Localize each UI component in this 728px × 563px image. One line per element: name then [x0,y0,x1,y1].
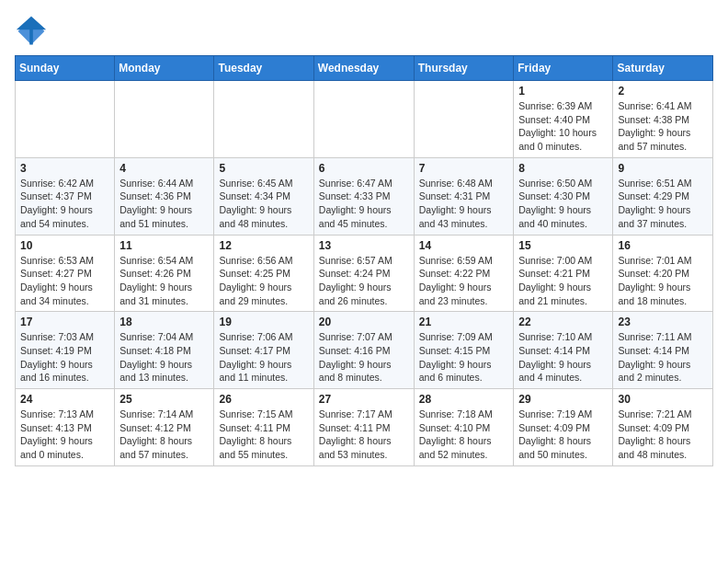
day-detail: Sunrise: 7:00 AMSunset: 4:21 PMDaylight:… [518,254,608,308]
day-number: 1 [518,85,608,98]
calendar-day-header: Wednesday [313,56,414,81]
calendar-day-cell: 26Sunrise: 7:15 AMSunset: 4:11 PMDayligh… [214,389,313,466]
calendar-day-cell: 9Sunrise: 6:51 AMSunset: 4:29 PMDaylight… [613,157,713,235]
day-number: 15 [518,239,608,252]
day-number: 24 [20,393,109,406]
day-detail: Sunrise: 6:41 AMSunset: 4:38 PMDaylight:… [618,99,708,154]
calendar-day-cell: 20Sunrise: 7:07 AMSunset: 4:16 PMDayligh… [313,312,414,389]
calendar-day-cell: 22Sunrise: 7:10 AMSunset: 4:14 PMDayligh… [514,312,613,389]
calendar-table: SundayMondayTuesdayWednesdayThursdayFrid… [15,55,713,466]
day-detail: Sunrise: 7:21 AMSunset: 4:09 PMDaylight:… [618,408,708,462]
day-detail: Sunrise: 7:10 AMSunset: 4:14 PMDaylight:… [518,330,608,385]
day-detail: Sunrise: 6:57 AMSunset: 4:24 PMDaylight:… [319,254,409,308]
calendar-day-cell: 15Sunrise: 7:00 AMSunset: 4:21 PMDayligh… [514,235,613,312]
calendar-day-cell: 3Sunrise: 6:42 AMSunset: 4:37 PMDaylight… [16,157,115,235]
calendar-day-cell [313,81,414,158]
calendar-day-cell: 23Sunrise: 7:11 AMSunset: 4:14 PMDayligh… [613,312,713,389]
day-number: 6 [319,162,409,175]
calendar-week-row: 1Sunrise: 6:39 AMSunset: 4:40 PMDaylight… [16,81,713,158]
calendar-day-cell [115,81,214,158]
day-number: 4 [119,162,209,175]
day-detail: Sunrise: 6:45 AMSunset: 4:34 PMDaylight:… [219,177,308,231]
calendar-day-cell: 16Sunrise: 7:01 AMSunset: 4:20 PMDayligh… [613,235,713,312]
calendar-day-cell: 8Sunrise: 6:50 AMSunset: 4:30 PMDaylight… [514,157,613,235]
day-detail: Sunrise: 6:53 AMSunset: 4:27 PMDaylight:… [20,254,109,308]
calendar-week-row: 3Sunrise: 6:42 AMSunset: 4:37 PMDaylight… [16,157,713,235]
calendar-week-row: 10Sunrise: 6:53 AMSunset: 4:27 PMDayligh… [16,235,713,312]
calendar-day-cell: 18Sunrise: 7:04 AMSunset: 4:18 PMDayligh… [115,312,214,389]
day-number: 16 [618,239,708,252]
day-detail: Sunrise: 6:54 AMSunset: 4:26 PMDaylight:… [119,254,209,308]
calendar-day-cell: 29Sunrise: 7:19 AMSunset: 4:09 PMDayligh… [514,389,613,466]
calendar-header-row: SundayMondayTuesdayWednesdayThursdayFrid… [16,56,713,81]
logo [15,15,51,48]
calendar-day-cell: 6Sunrise: 6:47 AMSunset: 4:33 PMDaylight… [313,157,414,235]
day-detail: Sunrise: 6:51 AMSunset: 4:29 PMDaylight:… [618,177,708,231]
calendar-day-cell [414,81,514,158]
day-number: 28 [419,393,509,406]
day-number: 26 [219,393,308,406]
day-detail: Sunrise: 7:17 AMSunset: 4:11 PMDaylight:… [319,408,409,462]
day-detail: Sunrise: 7:06 AMSunset: 4:17 PMDaylight:… [219,330,308,385]
calendar-day-cell: 21Sunrise: 7:09 AMSunset: 4:15 PMDayligh… [414,312,514,389]
calendar-day-cell: 30Sunrise: 7:21 AMSunset: 4:09 PMDayligh… [613,389,713,466]
day-number: 3 [20,162,109,175]
day-detail: Sunrise: 7:14 AMSunset: 4:12 PMDaylight:… [119,408,209,462]
day-number: 5 [219,162,308,175]
day-detail: Sunrise: 6:39 AMSunset: 4:40 PMDaylight:… [518,99,608,154]
calendar-day-cell: 28Sunrise: 7:18 AMSunset: 4:10 PMDayligh… [414,389,514,466]
calendar-day-header: Saturday [613,56,713,81]
day-number: 2 [618,85,708,98]
day-detail: Sunrise: 7:18 AMSunset: 4:10 PMDaylight:… [419,408,509,462]
day-detail: Sunrise: 7:13 AMSunset: 4:13 PMDaylight:… [20,408,109,462]
calendar-day-header: Thursday [414,56,514,81]
day-detail: Sunrise: 7:19 AMSunset: 4:09 PMDaylight:… [518,408,608,462]
calendar-day-cell: 17Sunrise: 7:03 AMSunset: 4:19 PMDayligh… [16,312,115,389]
calendar-day-cell [214,81,313,158]
day-detail: Sunrise: 7:03 AMSunset: 4:19 PMDaylight:… [20,330,109,385]
day-detail: Sunrise: 7:11 AMSunset: 4:14 PMDaylight:… [618,330,708,385]
calendar-day-cell [16,81,115,158]
day-detail: Sunrise: 7:04 AMSunset: 4:18 PMDaylight:… [119,330,209,385]
calendar-day-cell: 11Sunrise: 6:54 AMSunset: 4:26 PMDayligh… [115,235,214,312]
day-detail: Sunrise: 6:48 AMSunset: 4:31 PMDaylight:… [419,177,509,231]
day-number: 20 [319,316,409,328]
day-detail: Sunrise: 6:44 AMSunset: 4:36 PMDaylight:… [119,177,209,231]
day-number: 30 [618,393,708,406]
day-number: 29 [518,393,608,406]
day-number: 21 [419,316,509,328]
calendar-day-cell: 12Sunrise: 6:56 AMSunset: 4:25 PMDayligh… [214,235,313,312]
calendar-day-header: Friday [514,56,613,81]
day-number: 17 [20,316,109,328]
day-detail: Sunrise: 6:47 AMSunset: 4:33 PMDaylight:… [319,177,409,231]
calendar-day-cell: 2Sunrise: 6:41 AMSunset: 4:38 PMDaylight… [613,81,713,158]
day-number: 8 [518,162,608,175]
calendar-week-row: 17Sunrise: 7:03 AMSunset: 4:19 PMDayligh… [16,312,713,389]
day-detail: Sunrise: 6:56 AMSunset: 4:25 PMDaylight:… [219,254,308,308]
day-number: 13 [319,239,409,252]
day-number: 22 [518,316,608,328]
calendar-day-cell: 13Sunrise: 6:57 AMSunset: 4:24 PMDayligh… [313,235,414,312]
day-number: 18 [119,316,209,328]
day-number: 7 [419,162,509,175]
calendar-day-cell: 1Sunrise: 6:39 AMSunset: 4:40 PMDaylight… [514,81,613,158]
day-number: 12 [219,239,308,252]
day-number: 9 [618,162,708,175]
page-header [15,15,713,48]
calendar-day-cell: 14Sunrise: 6:59 AMSunset: 4:22 PMDayligh… [414,235,514,312]
day-detail: Sunrise: 7:07 AMSunset: 4:16 PMDaylight:… [319,330,409,385]
day-number: 11 [119,239,209,252]
day-number: 27 [319,393,409,406]
calendar-day-header: Monday [115,56,214,81]
calendar-day-cell: 19Sunrise: 7:06 AMSunset: 4:17 PMDayligh… [214,312,313,389]
day-detail: Sunrise: 6:42 AMSunset: 4:37 PMDaylight:… [20,177,109,231]
calendar-day-cell: 27Sunrise: 7:17 AMSunset: 4:11 PMDayligh… [313,389,414,466]
day-number: 19 [219,316,308,328]
day-detail: Sunrise: 7:15 AMSunset: 4:11 PMDaylight:… [219,408,308,462]
day-number: 10 [20,239,109,252]
day-number: 14 [419,239,509,252]
calendar-day-header: Sunday [16,56,115,81]
calendar-day-cell: 7Sunrise: 6:48 AMSunset: 4:31 PMDaylight… [414,157,514,235]
logo-icon [15,15,48,48]
day-number: 25 [119,393,209,406]
